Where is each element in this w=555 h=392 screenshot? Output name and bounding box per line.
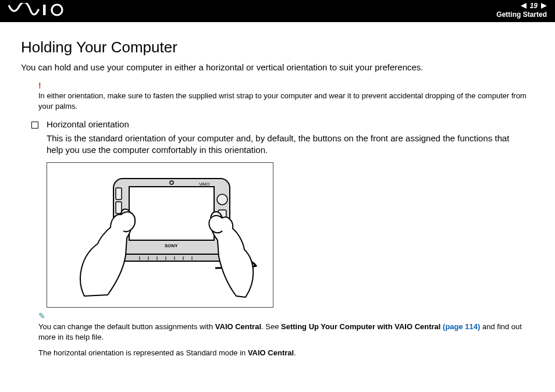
tip-b2: Setting Up Your Computer with VAIO Centr… [281, 322, 443, 331]
warning-icon: ! [38, 81, 528, 90]
tip-prefix: You can change the default button assign… [38, 322, 215, 331]
footer-line: The horizontal orientation is represente… [38, 348, 534, 357]
tip-text: You can change the default button assign… [38, 322, 528, 343]
warning-text: In either orientation, make sure to fast… [38, 91, 528, 111]
bullet-description: This is the standard orientation of your… [47, 133, 528, 156]
illustration-horizontal-hold: VAIO SONY [47, 162, 273, 308]
svg-rect-6 [116, 202, 122, 213]
svg-rect-5 [116, 188, 122, 199]
svg-rect-0 [43, 5, 46, 15]
bullet-item: Horizontal orientation [31, 119, 534, 129]
intro-text: You can hold and use your computer in ei… [21, 62, 534, 72]
page-header: 19 Getting Started [0, 0, 555, 22]
footer-suffix: . [294, 348, 296, 357]
next-page-icon[interactable] [541, 3, 547, 9]
svg-point-8 [217, 194, 227, 205]
tip-icon: ✎ [38, 312, 528, 320]
warning-block: ! In either orientation, make sure to fa… [38, 81, 528, 111]
page-content: Holding Your Computer You can hold and u… [0, 22, 555, 357]
svg-text:SONY: SONY [165, 243, 178, 248]
page-number: 19 [530, 2, 538, 10]
page-title: Holding Your Computer [21, 38, 534, 56]
tip-block: ✎ You can change the default button assi… [38, 312, 528, 343]
tip-mid1: . See [261, 322, 281, 331]
section-name: Getting Started [496, 10, 547, 19]
page-nav: 19 [521, 2, 547, 10]
tip-b1: VAIO Central [215, 322, 261, 331]
footer-b: VAIO Central [248, 348, 294, 357]
prev-page-icon[interactable] [521, 3, 526, 9]
footer-prefix: The horizontal orientation is represente… [38, 348, 248, 357]
svg-point-1 [52, 5, 62, 15]
svg-text:VAIO: VAIO [199, 181, 210, 187]
bullet-label: Horizontal orientation [47, 119, 129, 129]
tip-link[interactable]: (page 114) [443, 322, 480, 331]
svg-rect-3 [129, 187, 214, 240]
bullet-icon [31, 122, 38, 129]
vaio-logo [8, 0, 72, 20]
